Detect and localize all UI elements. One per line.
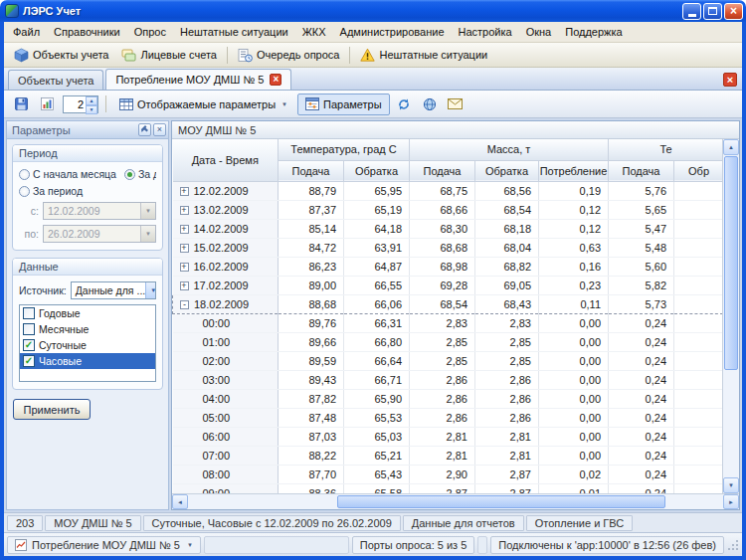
menu-item[interactable]: Нештатные ситуации <box>173 23 295 41</box>
stepper-down-icon[interactable]: ▼ <box>86 105 97 114</box>
expand-icon[interactable]: + <box>180 225 189 234</box>
accounts-button[interactable]: Лицевые счета <box>115 46 222 65</box>
view-selector[interactable]: Потребление МОУ ДМШ № 5 ▼ <box>7 536 201 554</box>
table-row[interactable]: 07:0088,2265,212,812,810,000,24 <box>173 446 723 465</box>
column-header[interactable]: Обр <box>674 160 722 181</box>
date-from-field: 12.02.2009 ▼ <box>43 202 156 220</box>
scroll-down-icon[interactable]: ▼ <box>723 477 739 493</box>
column-header-date[interactable]: Дата - Время <box>173 139 279 181</box>
scroll-left-icon[interactable]: ◄ <box>172 494 188 509</box>
apply-button[interactable]: Применить <box>13 399 91 420</box>
data-type-item[interactable]: ✓Суточные <box>20 337 155 353</box>
menu-item[interactable]: Окна <box>519 23 559 41</box>
scroll-right-icon[interactable]: ► <box>723 494 739 509</box>
table-row[interactable]: 05:0087,4865,532,862,860,000,24 <box>173 408 723 427</box>
incidents-button[interactable]: Нештатные ситуации <box>354 46 493 65</box>
table-row[interactable]: 04:0087,8265,902,862,860,000,24 <box>173 389 723 408</box>
tabstrip-close-icon[interactable]: × <box>723 73 737 87</box>
checkbox-icon[interactable] <box>23 323 35 335</box>
expand-icon[interactable]: + <box>180 187 189 196</box>
data-type-label: Часовые <box>39 355 82 367</box>
objects-button[interactable]: Объекты учета <box>8 46 114 65</box>
radio-month-start[interactable]: С начала месяца <box>19 168 116 180</box>
checkbox-icon[interactable] <box>23 307 35 319</box>
refresh-button[interactable] <box>392 93 416 115</box>
radio-two-weeks[interactable]: За две <box>124 168 156 180</box>
close-button[interactable]: × <box>724 3 743 20</box>
params-toggle-button[interactable]: Параметры <box>297 93 390 115</box>
column-header[interactable]: Подача <box>410 160 475 181</box>
menu-item[interactable]: ЖКХ <box>295 23 333 41</box>
cell: 68,43 <box>475 294 539 313</box>
table-row[interactable]: +14.02.200985,1464,1868,3068,180,125,47 <box>173 219 723 238</box>
minimize-button[interactable] <box>682 3 701 20</box>
chart-button[interactable] <box>35 93 59 115</box>
expand-icon[interactable]: - <box>180 300 189 309</box>
column-header[interactable]: Потребление <box>539 160 609 181</box>
cell: 2,85 <box>410 351 475 370</box>
column-header[interactable]: Подача <box>279 160 344 181</box>
radio-custom-period[interactable]: За период <box>19 185 83 197</box>
expand-icon[interactable]: + <box>180 244 189 253</box>
expand-icon[interactable]: + <box>180 206 189 215</box>
table-row[interactable]: 09:0088,3665,582,872,870,010,24 <box>173 483 723 493</box>
poll-queue-icon <box>238 48 253 63</box>
checkbox-icon[interactable]: ✓ <box>23 355 35 367</box>
data-type-item[interactable]: Месячные <box>20 321 155 337</box>
tab-close-icon[interactable]: × <box>270 74 281 86</box>
vertical-scrollbar[interactable]: ▲ ▼ <box>722 139 739 493</box>
table-row[interactable]: +17.02.200989,0066,5569,2869,050,235,82 <box>173 276 723 294</box>
vertical-scroll-track[interactable] <box>723 155 739 477</box>
checkbox-icon[interactable]: ✓ <box>23 339 35 351</box>
tab-consumption[interactable]: Потребление МОУ ДМШ № 5 × <box>105 69 291 90</box>
cell: 68,82 <box>475 257 539 276</box>
table-row[interactable]: 03:0089,4366,712,862,860,000,24 <box>173 370 723 389</box>
table-row[interactable]: -18.02.200988,6866,0668,5468,430,115,73 <box>173 294 723 313</box>
pin-icon[interactable] <box>138 123 151 136</box>
menu-item[interactable]: Опрос <box>127 23 173 41</box>
table-row[interactable]: +12.02.200988,7965,9568,7568,560,195,76 <box>173 181 723 200</box>
scroll-up-icon[interactable]: ▲ <box>723 139 739 155</box>
display-params-button[interactable]: Отображаемые параметры ▼ <box>111 93 295 115</box>
horizontal-scroll-thumb[interactable] <box>337 495 665 508</box>
row-label: +14.02.2009 <box>173 219 279 238</box>
row-count-stepper[interactable]: 2 ▲ ▼ <box>63 95 98 113</box>
menu-item[interactable]: Поддержка <box>558 23 629 41</box>
table-row[interactable]: 02:0089,5966,642,852,850,000,24 <box>173 351 723 370</box>
mail-button[interactable] <box>444 93 467 115</box>
table-row[interactable]: 06:0087,0365,032,812,810,000,24 <box>173 427 723 446</box>
column-header[interactable]: Обратка <box>475 160 539 181</box>
table-row[interactable]: 01:0089,6666,802,852,850,000,24 <box>173 332 723 351</box>
display-params-label: Отображаемые параметры <box>137 98 276 110</box>
menu-item[interactable]: Справочники <box>47 23 127 41</box>
maximize-button[interactable] <box>703 3 722 20</box>
cell: 87,70 <box>279 465 344 483</box>
column-header[interactable]: Подача <box>609 160 674 181</box>
expand-icon[interactable]: + <box>180 281 189 290</box>
poll-queue-button[interactable]: Очередь опроса <box>232 46 346 65</box>
source-select[interactable]: Данные для ... ▼ <box>71 281 156 299</box>
table-row[interactable]: +15.02.200984,7263,9168,6868,040,635,48 <box>173 238 723 257</box>
menu-item[interactable]: Настройка <box>452 23 519 41</box>
resize-grip-icon[interactable] <box>727 539 739 551</box>
column-header[interactable]: Обратка <box>344 160 410 181</box>
horizontal-scroll-track[interactable] <box>188 494 723 509</box>
tab-objects[interactable]: Объекты учета <box>8 70 103 90</box>
table-row[interactable]: +13.02.200987,3765,1968,6668,540,125,65 <box>173 200 723 219</box>
table-row[interactable]: 08:0087,7065,432,902,870,020,24 <box>173 465 723 483</box>
data-type-item[interactable]: Годовые <box>20 305 155 321</box>
horizontal-scrollbar[interactable]: ◄ ► <box>172 493 739 509</box>
data-type-item[interactable]: ✓Часовые <box>20 353 155 369</box>
menu-item[interactable]: Администрирование <box>333 23 452 41</box>
save-button[interactable] <box>9 93 33 115</box>
cell: 69,28 <box>410 276 475 294</box>
date-from-value: 12.02.2009 <box>48 205 100 217</box>
globe-button[interactable] <box>418 93 442 115</box>
panel-close-icon[interactable]: × <box>153 123 166 136</box>
stepper-up-icon[interactable]: ▲ <box>86 96 97 105</box>
vertical-scroll-thumb[interactable] <box>724 156 738 370</box>
expand-icon[interactable]: + <box>180 263 189 272</box>
table-row[interactable]: 00:0089,7666,312,832,830,000,24 <box>173 313 723 332</box>
menu-item[interactable]: Файл <box>6 23 47 41</box>
table-row[interactable]: +16.02.200986,2364,8768,9868,820,165,60 <box>173 257 723 276</box>
